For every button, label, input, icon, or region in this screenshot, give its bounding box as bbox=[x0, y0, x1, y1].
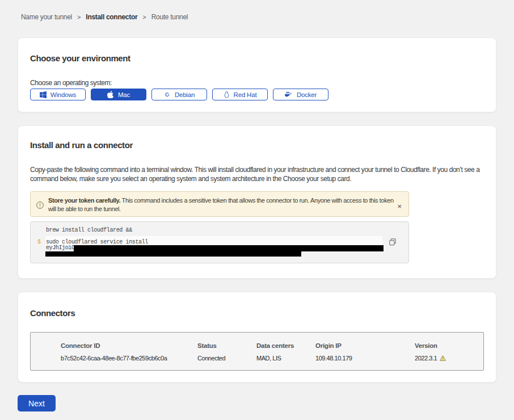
column-header-origin-ip: Origin IP bbox=[315, 342, 415, 350]
cell-version: 2022.3.1 bbox=[415, 354, 483, 362]
code-line-token-prefix: eyJhIjoiO bbox=[46, 245, 75, 251]
token-redaction-bar bbox=[74, 245, 384, 251]
install-connector-card: Install and run a connector Copy-paste t… bbox=[18, 125, 496, 279]
alert-circle-icon bbox=[36, 201, 44, 209]
token-warning-text: Store your token carefully. This command… bbox=[48, 196, 395, 213]
connectors-table: Connector ID Status Data centers Origin … bbox=[30, 332, 484, 371]
os-button-windows[interactable]: Windows bbox=[30, 89, 86, 100]
os-button-label: Docker bbox=[297, 91, 317, 98]
os-button-label: Debian bbox=[175, 91, 195, 98]
os-button-label: Windows bbox=[50, 91, 76, 98]
breadcrumb-separator: > bbox=[77, 12, 81, 22]
operating-system-label: Choose an operating system: bbox=[30, 79, 484, 87]
copy-icon[interactable] bbox=[389, 238, 397, 247]
column-header-status: Status bbox=[197, 342, 256, 350]
connectors-title: Connectors bbox=[30, 308, 484, 318]
close-icon[interactable]: × bbox=[395, 203, 404, 210]
apple-logo-icon bbox=[107, 91, 114, 98]
choose-environment-title: Choose your environment bbox=[30, 53, 484, 64]
code-line-brew: brew install cloudflared && bbox=[46, 227, 132, 233]
cell-data-centers: MAD, LIS bbox=[256, 354, 315, 362]
os-button-mac[interactable]: Mac bbox=[91, 89, 146, 100]
install-connector-title: Install and run a connector bbox=[30, 140, 484, 150]
token-redaction-bar bbox=[45, 251, 301, 257]
os-button-docker[interactable]: Docker bbox=[273, 89, 328, 100]
redhat-logo-icon bbox=[224, 91, 230, 98]
cell-origin-ip: 109.48.10.179 bbox=[315, 354, 415, 362]
column-header-connector-id: Connector ID bbox=[61, 342, 197, 350]
next-button[interactable]: Next bbox=[18, 395, 56, 411]
token-warning-banner: Store your token carefully. This command… bbox=[30, 191, 409, 217]
version-value: 2022.3.1 bbox=[415, 354, 437, 362]
docker-logo-icon bbox=[285, 91, 293, 98]
column-header-data-centers: Data centers bbox=[256, 342, 315, 350]
install-description: Copy-paste the following command into a … bbox=[30, 166, 482, 183]
os-button-redhat[interactable]: Red Hat bbox=[212, 89, 268, 100]
breadcrumb-install-connector[interactable]: Install connector bbox=[86, 12, 137, 22]
column-header-version: Version bbox=[415, 342, 483, 350]
code-prompt-dollar: $ bbox=[37, 239, 41, 245]
token-warning-bold: Store your token carefully. bbox=[48, 197, 120, 204]
debian-logo-icon bbox=[164, 91, 171, 98]
install-command-code-block: brew install cloudflared && $ sudo cloud… bbox=[30, 221, 409, 263]
breadcrumb-route-tunnel[interactable]: Route tunnel bbox=[151, 12, 188, 22]
os-button-label: Red Hat bbox=[234, 91, 257, 98]
os-button-row: Windows Mac Debian Red Hat Docker bbox=[30, 89, 484, 100]
breadcrumb-separator: > bbox=[142, 12, 146, 22]
windows-logo-icon bbox=[40, 91, 47, 98]
cell-status: Connected bbox=[197, 354, 256, 362]
choose-environment-card: Choose your environment Choose an operat… bbox=[18, 37, 496, 112]
connectors-card: Connectors Connector ID Status Data cent… bbox=[18, 292, 496, 383]
tunnel-setup-page: Name your tunnel > Install connector > R… bbox=[0, 12, 514, 411]
breadcrumb-name-your-tunnel[interactable]: Name your tunnel bbox=[21, 12, 72, 22]
breadcrumb: Name your tunnel > Install connector > R… bbox=[21, 12, 496, 22]
os-button-label: Mac bbox=[118, 91, 130, 98]
cell-connector-id: b7c52c42-6caa-48ee-8c77-fbe259cb6c0a bbox=[61, 354, 197, 362]
os-button-debian[interactable]: Debian bbox=[151, 89, 207, 100]
warning-triangle-icon bbox=[440, 355, 446, 361]
